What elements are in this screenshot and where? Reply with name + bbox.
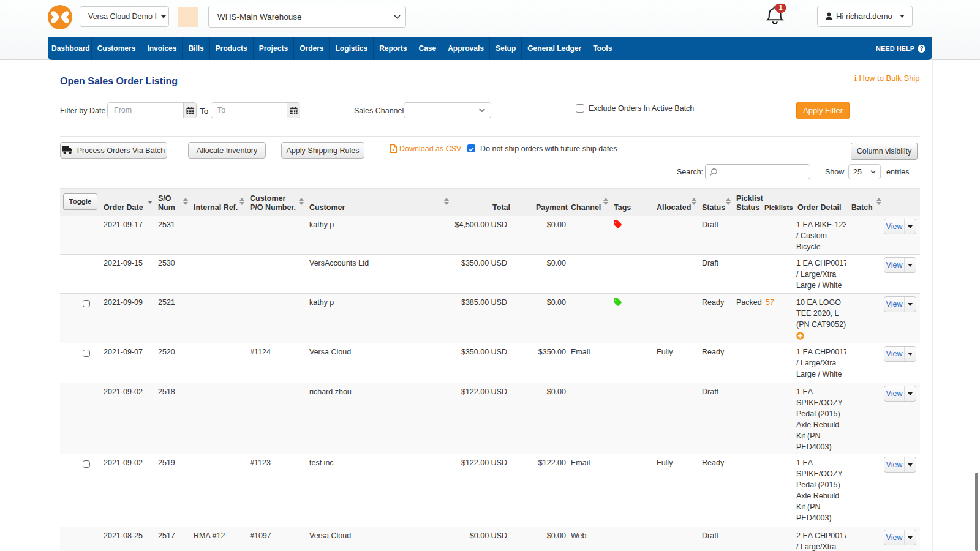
svg-text:1: 1 — [778, 4, 782, 11]
svg-text:x: x — [392, 148, 394, 152]
